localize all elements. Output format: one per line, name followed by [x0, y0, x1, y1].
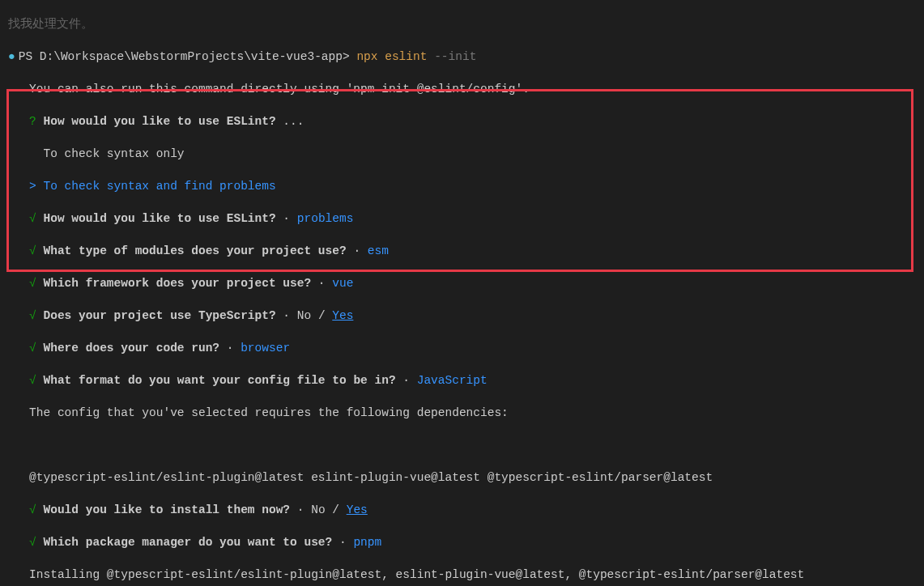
answer-format: √ What format do you want your config fi…: [8, 372, 924, 389]
yes-link-2: Yes: [347, 503, 368, 516]
command-flag: --init: [434, 50, 476, 63]
command-eslint: eslint: [385, 50, 434, 63]
question-line: ? How would you like to use ESLint? ...: [8, 113, 924, 130]
option-1: To check syntax only: [8, 146, 924, 162]
deps-list: @typescript-eslint/eslint-plugin@latest …: [8, 469, 924, 486]
answer-pkg-mgr: √ Which package manager do you want to u…: [8, 534, 924, 550]
terminal-output[interactable]: 找我处理文件。 ●PS D:\Workspace\WebstormProject…: [0, 0, 924, 586]
blank-line: [8, 437, 924, 453]
installing-line: Installing @typescript-eslint/eslint-plu…: [8, 567, 924, 583]
answer-where: √ Where does your code run? · browser: [8, 340, 924, 356]
answer-3: √ Which framework does your project use?…: [8, 275, 924, 291]
intro-line: You can also run this command directly u…: [8, 81, 924, 97]
cropped-line: 找我处理文件。: [8, 16, 924, 32]
answer-2: √ What type of modules does your project…: [8, 243, 924, 259]
option-2-selected: > To check syntax and find problems: [8, 178, 924, 194]
config-requires-msg: The config that you've selected requires…: [8, 405, 924, 421]
answer-install: √ Would you like to install them now? · …: [8, 502, 924, 518]
command-npx: npx: [356, 50, 385, 63]
answer-ts: √ Does your project use TypeScript? · No…: [8, 308, 924, 324]
prompt-line-1: ●PS D:\Workspace\WebstormProjects\vite-v…: [8, 49, 924, 65]
answer-1: √ How would you like to use ESLint? · pr…: [8, 210, 924, 227]
bullet-icon: ●: [8, 50, 15, 63]
yes-link: Yes: [332, 309, 353, 322]
